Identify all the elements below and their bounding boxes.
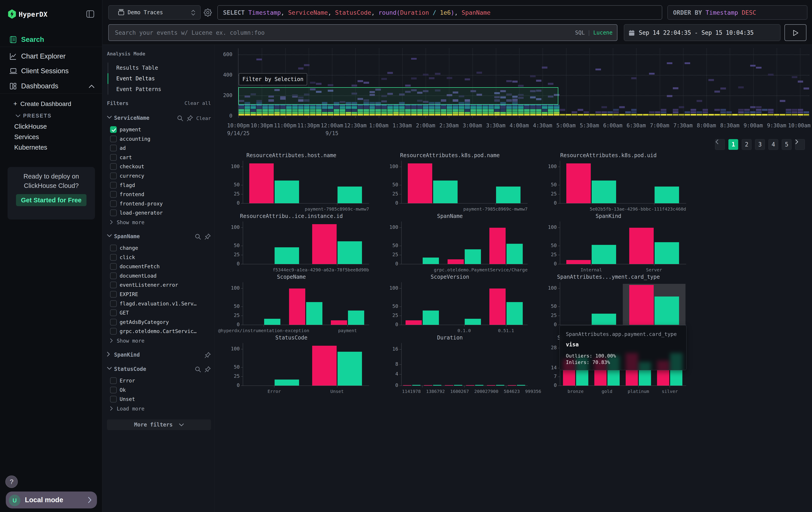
bar-inliers[interactable] xyxy=(517,385,525,385)
checkbox-unchecked[interactable] xyxy=(110,210,117,216)
filter-option-expire[interactable]: EXPIRE xyxy=(110,291,208,298)
search-icon[interactable] xyxy=(195,366,201,373)
bar-inliers[interactable] xyxy=(306,302,322,325)
filter-option-ad[interactable]: ad xyxy=(110,144,208,152)
bar-outliers[interactable] xyxy=(629,228,654,264)
bar-inliers[interactable] xyxy=(423,311,439,325)
checkbox-unchecked[interactable] xyxy=(110,200,117,207)
gear-icon[interactable] xyxy=(204,8,212,17)
search-icon[interactable] xyxy=(195,233,201,240)
bar-outliers[interactable] xyxy=(489,228,505,264)
sidebar-item-search[interactable]: Search xyxy=(0,32,102,47)
filter-option-documentload[interactable]: documentLoad xyxy=(110,272,208,280)
search-icon[interactable] xyxy=(177,115,183,122)
checkbox-unchecked[interactable] xyxy=(110,396,117,402)
pin-icon[interactable] xyxy=(204,233,211,240)
bar-inliers[interactable] xyxy=(655,242,679,264)
checkbox-unchecked[interactable] xyxy=(110,309,117,316)
checkbox-unchecked[interactable] xyxy=(110,263,117,270)
filter-group-title[interactable]: ServiceName xyxy=(114,115,149,121)
checkbox-unchecked[interactable] xyxy=(110,182,117,189)
checkbox-unchecked[interactable] xyxy=(110,254,117,261)
bar-outliers[interactable] xyxy=(566,260,591,264)
preset-item-services[interactable]: Services xyxy=(14,133,39,141)
chevron-down-icon[interactable] xyxy=(107,116,112,119)
bar-inliers[interactable] xyxy=(655,187,679,203)
filter-option-click[interactable]: click xyxy=(110,254,208,261)
bar-inliers[interactable] xyxy=(274,181,299,203)
presets-toggle[interactable]: PRESETS xyxy=(16,113,52,119)
bar-inliers[interactable] xyxy=(338,241,362,264)
bar-inliers[interactable] xyxy=(274,247,299,264)
pin-icon[interactable] xyxy=(204,352,211,358)
bar-inliers[interactable] xyxy=(274,380,299,385)
source-select[interactable]: Demo Traces xyxy=(108,5,201,20)
bar-inliers[interactable] xyxy=(506,244,523,264)
filter-group-title[interactable]: StatusCode xyxy=(114,366,146,372)
filter-option-payment[interactable]: payment xyxy=(110,126,208,134)
show-more-button[interactable]: Show more xyxy=(110,338,177,344)
filter-option-grpc-oteldemo-cartservic-[interactable]: grpc.oteldemo.CartServic… xyxy=(110,328,208,335)
user-menu[interactable]: U Local mode xyxy=(6,491,97,508)
bar-inliers[interactable] xyxy=(592,181,616,203)
sql-query-input[interactable]: SELECT Timestamp, ServiceName, StatusCod… xyxy=(218,5,662,20)
sidebar-collapse-icon[interactable] xyxy=(86,10,94,18)
bar-inliers[interactable] xyxy=(475,385,483,385)
load-more-button[interactable]: Load more xyxy=(110,405,177,412)
checkbox-unchecked[interactable] xyxy=(110,319,117,325)
bar-inliers[interactable] xyxy=(264,319,280,325)
heatmap-selection-region[interactable] xyxy=(238,87,558,105)
checkbox-unchecked[interactable] xyxy=(110,272,117,279)
filter-group-title[interactable]: SpanKind xyxy=(114,352,140,358)
date-range-picker[interactable]: Sep 14 22:04:35 - Sep 15 10:04:35 xyxy=(624,24,780,41)
filter-option-documentfetch[interactable]: documentFetch xyxy=(110,263,208,270)
checkbox-unchecked[interactable] xyxy=(110,172,117,179)
bar-inliers[interactable] xyxy=(433,181,458,203)
analysis-mode-event-patterns[interactable]: Event Patterns xyxy=(108,84,210,95)
sidebar-item-chart-explorer[interactable]: Chart Explorer xyxy=(0,49,102,63)
bar-inliers[interactable] xyxy=(496,187,521,203)
bar-outliers[interactable] xyxy=(312,346,337,385)
language-sql-option[interactable]: SQL xyxy=(575,30,584,36)
chevron-down-icon[interactable] xyxy=(107,367,112,370)
bar-outliers[interactable] xyxy=(487,385,495,385)
filter-option-unset[interactable]: Unset xyxy=(110,396,208,403)
pagination-page-5[interactable]: 5 xyxy=(782,139,791,150)
bar-inliers[interactable] xyxy=(496,385,504,385)
filter-option-error[interactable]: Error xyxy=(110,377,208,385)
bar-inliers[interactable] xyxy=(454,385,462,385)
filter-option-get[interactable]: GET xyxy=(110,309,208,317)
bar-inliers[interactable] xyxy=(592,314,616,325)
checkbox-unchecked[interactable] xyxy=(110,377,117,384)
analysis-mode-event-deltas[interactable]: Event Deltas xyxy=(108,73,210,84)
checkbox-unchecked[interactable] xyxy=(110,291,117,298)
preset-item-clickhouse[interactable]: ClickHouse xyxy=(14,123,47,130)
filter-option-load-generator[interactable]: load-generator xyxy=(110,209,208,217)
pagination-next-button[interactable] xyxy=(795,139,805,150)
bar-outliers[interactable] xyxy=(249,163,274,203)
bar-outliers[interactable] xyxy=(489,289,505,325)
filter-option-checkout[interactable]: checkout xyxy=(110,163,208,170)
duration-heatmap[interactable]: 600400200010:00pm10:30pm11:00pm11:30pm12… xyxy=(214,45,812,142)
filter-group-title[interactable]: SpanName xyxy=(114,233,140,240)
bar-outliers[interactable] xyxy=(408,163,432,203)
pagination-page-4[interactable]: 4 xyxy=(768,139,778,150)
pagination-page-3[interactable]: 3 xyxy=(755,139,765,150)
bar-inliers[interactable] xyxy=(338,187,362,203)
show-more-button[interactable]: Show more xyxy=(110,219,177,226)
bar-outliers[interactable] xyxy=(447,259,464,264)
bar-inliers[interactable] xyxy=(506,302,523,325)
checkbox-unchecked[interactable] xyxy=(110,191,117,198)
bar-inliers[interactable] xyxy=(423,258,439,264)
checkbox-unchecked[interactable] xyxy=(110,136,117,142)
bar-inliers[interactable] xyxy=(655,297,679,325)
checkbox-unchecked[interactable] xyxy=(110,328,117,334)
filter-option-cart[interactable]: cart xyxy=(110,154,208,161)
checkbox-unchecked[interactable] xyxy=(110,163,117,170)
chevron-down-icon[interactable] xyxy=(107,234,112,237)
filter-by-selection-button[interactable]: Filter by Selection xyxy=(239,73,307,85)
filter-option-eventlistener-error[interactable]: eventListener.error xyxy=(110,281,208,289)
pagination-page-1[interactable]: 1 xyxy=(728,139,738,150)
analysis-mode-results-table[interactable]: Results Table xyxy=(108,62,210,73)
checkbox-unchecked[interactable] xyxy=(110,300,117,307)
